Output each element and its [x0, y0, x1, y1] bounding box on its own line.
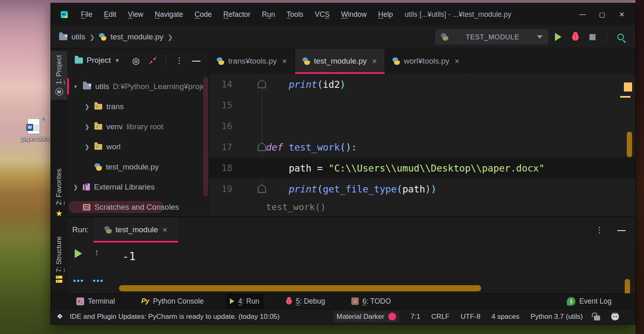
close-icon[interactable]: ✕ [454, 57, 460, 65]
more-options-icon[interactable]: ⋮ [175, 56, 183, 65]
python-interpreter[interactable]: Python 3.7 (utils) [530, 313, 583, 321]
chevron-expanded-icon[interactable]: ▼ [72, 84, 79, 89]
hide-panel-button[interactable]: — [617, 225, 626, 235]
more-actions-icon[interactable]: ••• [73, 276, 84, 286]
project-scrollbar[interactable] [203, 77, 208, 196]
fold-marker-icon[interactable] [258, 184, 266, 193]
status-widgets: Material Darker 7:1 CRLF UTF-8 4 spaces … [333, 311, 627, 323]
chevron-collapsed-icon[interactable]: ❯ [84, 103, 90, 110]
collapse-all-icon[interactable]: ↗↙ [149, 56, 157, 64]
breadcrumb-project[interactable]: utils [71, 32, 85, 41]
event-log-label: Event Log [579, 297, 612, 306]
up-stack-trace-icon[interactable]: ↑ [94, 247, 99, 258]
editor-tab[interactable]: worl¥tools.py✕ [385, 48, 468, 74]
rerun-button[interactable] [75, 249, 82, 258]
window-controls: — ▢ ✕ [578, 3, 626, 25]
code-area[interactable]: 14 print(id2)151617def test_work():18 pa… [209, 74, 635, 217]
file-encoding[interactable]: UTF-8 [461, 313, 480, 321]
menu-view[interactable]: View [123, 8, 148, 21]
menu-vcs[interactable]: VCS [310, 8, 334, 21]
editor-scrollbar-thumb[interactable] [627, 132, 632, 157]
hide-panel-button[interactable]: — [192, 56, 200, 65]
package-folder-icon [94, 144, 102, 150]
close-button[interactable]: ✕ [617, 11, 626, 18]
python-file-icon [99, 33, 106, 41]
code-line[interactable]: 14 print(id2) [209, 74, 635, 95]
more-actions-icon[interactable]: ••• [93, 276, 104, 286]
maximize-button[interactable]: ▢ [598, 11, 607, 18]
status-message[interactable]: IDE and Plugin Updates: PyCharm is ready… [70, 313, 280, 321]
project-panel-title[interactable]: Project [87, 56, 111, 65]
close-icon[interactable]: ✕ [372, 57, 377, 65]
stop-button[interactable] [589, 34, 596, 40]
inspections-hector-icon[interactable] [611, 313, 619, 320]
menu-edit[interactable]: Edit [99, 8, 121, 21]
search-everywhere-button[interactable] [617, 34, 624, 40]
tree-row[interactable]: ❯worl [67, 137, 209, 157]
tree-item-label: venv [106, 122, 123, 131]
editor-tab[interactable]: test_module.py✕ [295, 48, 385, 74]
console-hscrollbar-thumb[interactable] [119, 285, 481, 291]
code-line[interactable]: 18 path = "C:\\Users\\umud\\Desktop\\pap… [209, 158, 635, 178]
toolwindow-button-python-console[interactable]: PyPython Console [137, 294, 208, 309]
tree-row[interactable]: ▼utilsD:¥Python_Learning¥proje [67, 76, 209, 96]
menu-help[interactable]: Help [374, 8, 397, 21]
tree-row[interactable]: Scratches and Consoles [67, 197, 209, 217]
indent-style[interactable]: 4 spaces [491, 313, 519, 321]
run-panel-label: Run: [72, 217, 89, 242]
toolwindow-button----todo[interactable]: ☆6: TODO [347, 294, 395, 309]
theme-widget[interactable]: Material Darker [333, 311, 399, 323]
toolwindow-button----run[interactable]: 4: Run [226, 294, 264, 309]
chevron-collapsed-icon[interactable]: ❯ [84, 124, 90, 130]
run-console[interactable]: -1 [119, 242, 635, 293]
run-tab[interactable]: test_module ✕ [94, 217, 178, 242]
menu-tools[interactable]: Tools [282, 8, 308, 21]
code-line[interactable]: 16 [209, 116, 635, 137]
tree-row[interactable]: ❯venvlibrary root [67, 117, 209, 137]
more-options-icon[interactable]: ⋮ [596, 225, 603, 235]
unlock-icon[interactable] [594, 316, 600, 320]
menu-run[interactable]: Run [257, 8, 280, 21]
close-icon[interactable]: ✕ [282, 57, 287, 65]
toolwindow-button-terminal[interactable]: >_Terminal [72, 294, 119, 309]
tree-item-label: worl [106, 142, 121, 151]
code-line[interactable]: 19 print(get_file_type(path)) [209, 178, 635, 199]
chevron-collapsed-icon[interactable]: ❯ [72, 184, 79, 190]
project-panel-toolbar: ◎ ↗↙ ⋮ — [132, 48, 200, 72]
tree-row[interactable]: ❯trans [67, 96, 209, 117]
menu-navigate[interactable]: Navigate [150, 8, 188, 21]
breadcrumb-file[interactable]: test_module.py [110, 32, 163, 41]
caret-position[interactable]: 7:1 [410, 313, 420, 321]
event-log-button[interactable]: 1Event Log [567, 294, 612, 309]
stripe-button-favorites[interactable]: 2: Favorites★ [51, 165, 67, 222]
menu-refactor[interactable]: Refactor [219, 8, 255, 21]
fold-marker-icon[interactable] [258, 80, 266, 88]
menu-file[interactable]: File [76, 8, 97, 21]
tree-row[interactable]: ❯External Libraries [67, 177, 209, 197]
run-button[interactable] [555, 33, 561, 41]
editor-tab-label: test_module.py [314, 57, 367, 66]
chevron-collapsed-icon[interactable]: ❯ [84, 144, 90, 150]
python-file-icon [303, 57, 310, 65]
tree-row[interactable]: test_module.py [67, 157, 209, 177]
desktop-file-paper-docx[interactable]: » W paper.docx [21, 117, 48, 142]
debug-button[interactable] [572, 34, 579, 41]
code-line[interactable]: 15 [209, 95, 635, 116]
fold-marker-icon[interactable] [258, 142, 266, 151]
editor-tab[interactable]: trans¥tools.py✕ [209, 48, 295, 74]
locate-file-icon[interactable]: ◎ [132, 56, 140, 65]
line-number: 16 [209, 121, 232, 131]
toolwindow-button----debug[interactable]: 5: Debug [282, 294, 329, 309]
toolwindow-toggle-icon[interactable]: ❖ [57, 312, 63, 321]
minimize-button[interactable]: — [578, 11, 587, 18]
close-icon[interactable]: ✕ [162, 226, 167, 234]
menu-window[interactable]: Window [337, 8, 371, 21]
fold-gutter [258, 116, 266, 137]
line-ending[interactable]: CRLF [431, 313, 449, 321]
stripe-button-project[interactable]: 1: ProjectM [51, 51, 67, 100]
code-line[interactable]: 17def test_work(): [209, 137, 635, 158]
python-file-icon [94, 163, 102, 171]
run-configuration-select[interactable]: TEST_MODULE [435, 29, 548, 45]
menu-code[interactable]: Code [190, 8, 216, 21]
stripe-button-structure[interactable]: 7: Structure [51, 232, 67, 287]
